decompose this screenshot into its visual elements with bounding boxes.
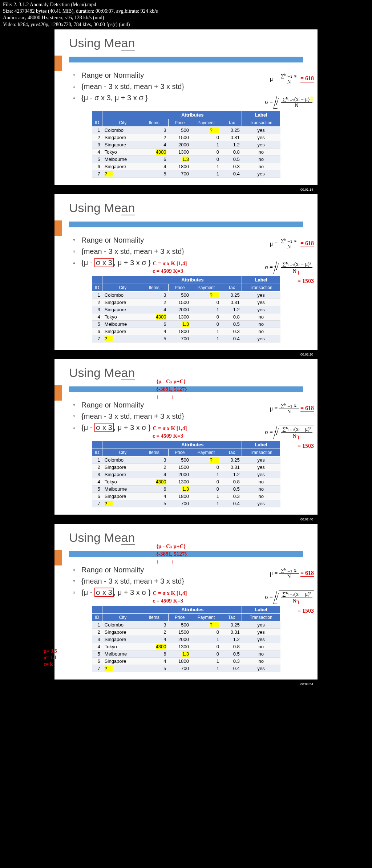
data-table: AttributesLabelIDCityItems ↓PricePayment…	[92, 605, 280, 672]
data-table: AttributesLabelIDCityItems ↓PricePayment…	[92, 111, 280, 178]
slide: Using MeanRange or Normality{mean - 3 x …	[54, 359, 318, 515]
meta-size: Size: 42370482 bytes (40.41 MiB), durati…	[3, 8, 369, 15]
timestamp: 00:02:40	[54, 518, 318, 521]
meta-video: Video: h264, yuv420p, 1280x720, 784 kb/s…	[3, 21, 369, 28]
data-table: AttributesLabelIDCityItems ↓PricePayment…	[92, 276, 280, 342]
slide: Using MeanRange or Normality{mean - 3 x …	[54, 194, 318, 350]
data-table: AttributesLabelIDCityItems ↓PricePayment…	[92, 441, 280, 507]
timestamp: 00:01:14	[54, 188, 318, 191]
slide-title: Using Mean	[69, 531, 135, 545]
slide: Using MeanRange or Normality{mean - 3 x …	[54, 29, 318, 185]
meta-audio: Audio: aac, 48000 Hz, stereo, s16, 128 k…	[3, 15, 369, 21]
timestamp: 00:04:54	[54, 682, 318, 686]
slide-title: Using Mean	[69, 36, 135, 50]
slide-title: Using Mean	[69, 366, 135, 380]
slide: Using MeanRange or Normality{mean - 3 x …	[54, 524, 318, 680]
slide-title: Using Mean	[69, 201, 135, 215]
meta-file: File: 2. 3.1.2 Anomaly Detection (Mean).…	[3, 1, 369, 8]
timestamp: 00:02:20	[54, 353, 318, 356]
